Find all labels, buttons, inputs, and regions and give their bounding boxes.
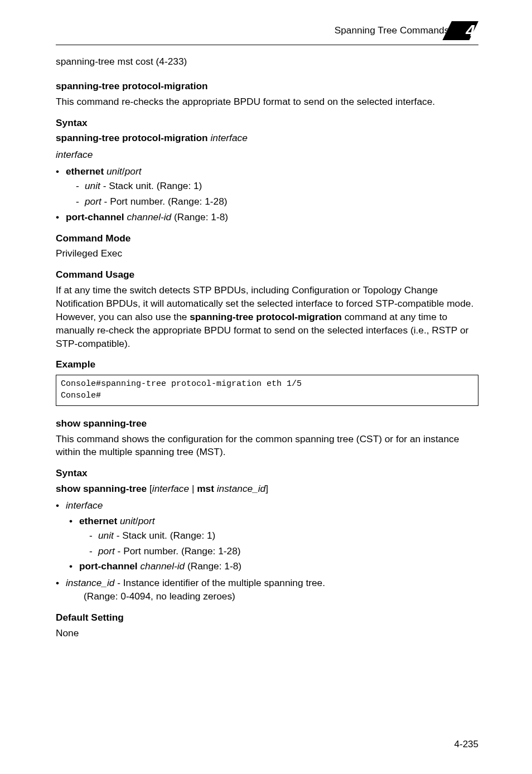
port-channel-arg: channel-id [138,560,185,572]
list-item: interface ethernet unit/port unit - Stac… [56,499,478,573]
default-setting-label: Default Setting [56,611,478,625]
list-item: port-channel channel-id (Range: 1-8) [56,211,478,224]
interface-options: ethernet unit/port unit - Stack unit. (R… [56,165,478,224]
syntax-options: interface ethernet unit/port unit - Stac… [56,499,478,603]
ethernet-keyword: ethernet [66,166,104,177]
syntax-command: spanning-tree protocol-migration interfa… [56,132,478,145]
list-item: port-channel channel-id (Range: 1-8) [69,560,478,573]
port-ital: port [98,545,115,557]
instance-id-desc: - Instance identifier of the multiple sp… [114,577,325,588]
port-ital: port [85,196,101,207]
syntax-arg1: interface [152,483,189,494]
syntax-bracket-close: ] [265,483,268,494]
header-rule [56,45,478,45]
ethernet-port: port [138,515,155,526]
ethernet-subitems: unit - Stack unit. (Range: 1) port - Por… [89,529,478,558]
syntax-keyword2: mst [197,483,214,494]
list-item: unit - Stack unit. (Range: 1) [89,529,478,543]
example-code-block: Console#spanning-tree protocol-migration… [56,375,478,405]
unit-ital: unit [85,180,100,191]
ethernet-unit: unit [117,515,136,526]
interface-sublist: ethernet unit/port unit - Stack unit. (R… [69,515,478,573]
syntax-pipe: | [189,483,197,494]
syntax-command-keyword: spanning-tree protocol-migration [56,132,208,143]
instance-id-range: (Range: 0-4094, no leading zeroes) [84,590,478,603]
command-mode-value: Privileged Exec [56,247,478,260]
port-desc: - Port number. (Range: 1-28) [101,196,228,207]
port-channel-keyword: port-channel [79,560,138,572]
chapter-badge: 4 [457,21,478,40]
syntax-keyword1: show spanning-tree [56,483,147,494]
section-heading-show-spanning-tree: show spanning-tree [56,417,478,430]
syntax-command: show spanning-tree [interface | mst inst… [56,482,478,496]
section-description: This command re-checks the appropriate B… [56,95,478,109]
unit-desc: - Stack unit. (Range: 1) [114,530,216,541]
header-section-title: Spanning Tree Commands [335,24,449,37]
ethernet-subitems: unit - Stack unit. (Range: 1) port - Por… [76,180,478,209]
list-item: port - Port number. (Range: 1-28) [76,195,478,209]
instance-id-ital: instance_id [66,577,114,588]
syntax-label: Syntax [56,467,478,480]
interface-label: interface [66,500,103,511]
unit-ital: unit [98,530,114,541]
ethernet-keyword: ethernet [79,515,117,526]
command-usage-label: Command Usage [56,268,478,282]
port-channel-arg: channel-id [124,211,172,222]
command-usage-text: If at any time the switch detects STP BP… [56,284,478,350]
syntax-bracket-open: [ [147,483,152,494]
port-channel-keyword: port-channel [66,211,124,222]
port-channel-desc: (Range: 1-8) [171,211,228,222]
port-desc: - Port number. (Range: 1-28) [115,545,241,557]
list-item: ethernet unit/port unit - Stack unit. (R… [69,515,478,558]
interface-label: interface [56,148,478,162]
chapter-number: 4 [457,19,478,42]
syntax-arg2: instance_id [214,483,265,494]
list-item: ethernet unit/port unit - Stack unit. (R… [56,165,478,209]
port-channel-desc: (Range: 1-8) [185,560,241,572]
syntax-command-arg: interface [208,132,248,143]
list-item: unit - Stack unit. (Range: 1) [76,180,478,193]
example-label: Example [56,358,478,371]
list-item: instance_id - Instance identifier of the… [56,577,478,603]
section-heading-protocol-migration: spanning-tree protocol-migration [56,80,478,93]
ethernet-unit: unit [104,166,122,177]
page-number: 4-235 [454,738,478,751]
section-description: This command shows the configuration for… [56,433,478,459]
ethernet-port: port [125,166,142,177]
command-mode-label: Command Mode [56,232,478,245]
command-usage-bold: spanning-tree protocol-migration [190,311,342,322]
syntax-label: Syntax [56,117,478,130]
top-cross-reference: spanning-tree mst cost (4-233) [56,55,478,69]
default-setting-value: None [56,627,478,640]
list-item: port - Port number. (Range: 1-28) [89,545,478,558]
unit-desc: - Stack unit. (Range: 1) [100,180,202,191]
